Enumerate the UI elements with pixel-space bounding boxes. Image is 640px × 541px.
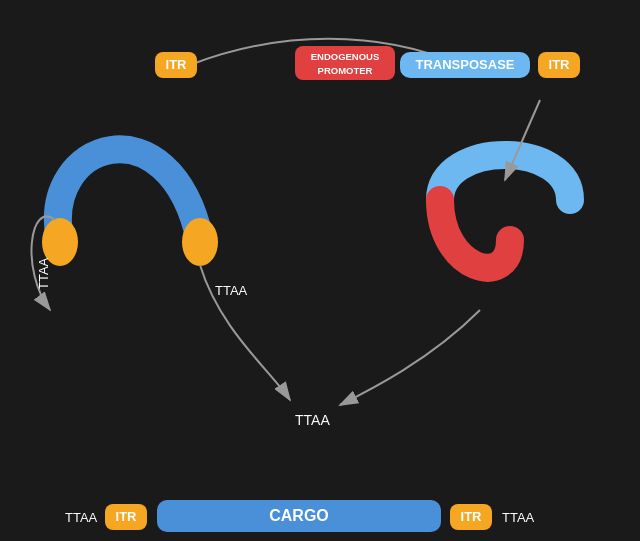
itr-bottom-left-label: ITR — [116, 509, 138, 524]
endogenous-promoter-label2: PROMOTER — [318, 65, 373, 76]
transposase-label: TRANSPOSASE — [416, 57, 515, 72]
right-blue-arc-top — [440, 155, 570, 200]
ttaa-center: TTAA — [295, 412, 330, 428]
itr-bottom-right-label: ITR — [461, 509, 483, 524]
ttaa-bottom-left: TTAA — [65, 510, 98, 525]
diagram-container: TTAA TTAA TTAA TTAA — [0, 0, 640, 541]
diagram-svg: TTAA TTAA TTAA TTAA — [0, 0, 640, 541]
itr-top-left-label: ITR — [166, 57, 188, 72]
itr-top-right-label: ITR — [549, 57, 571, 72]
ttaa-right-of-left-circle: TTAA — [215, 283, 248, 298]
cargo-label: CARGO — [269, 507, 329, 524]
ttaa-bottom-right: TTAA — [502, 510, 535, 525]
right-red-arc — [440, 200, 510, 268]
endogenous-promoter-label: ENDOGENOUS — [311, 51, 380, 62]
arrow-center-right — [340, 310, 480, 405]
left-blue-arc — [58, 149, 200, 240]
left-orange-cap-right — [182, 218, 218, 266]
ttaa-left-rotated: TTAA — [36, 257, 51, 290]
